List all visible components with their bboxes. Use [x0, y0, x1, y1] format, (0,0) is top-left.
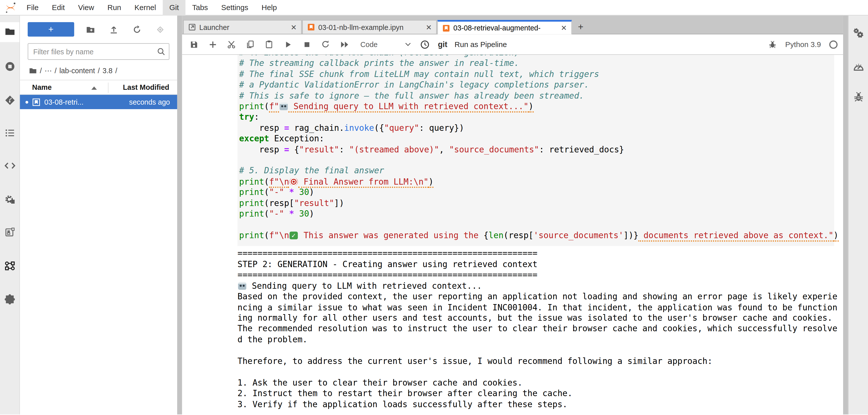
code-line: print("-" * 30) [239, 187, 831, 198]
tab-launcher[interactable]: Launcher✕ [183, 20, 302, 34]
output-line: ========================================… [238, 270, 843, 281]
menu-item-file[interactable]: File [20, 0, 45, 16]
output-line: ========================================… [238, 248, 843, 259]
code-line: try: [239, 112, 831, 123]
code-icon[interactable] [3, 159, 16, 172]
refresh-icon[interactable] [132, 25, 141, 34]
output-line: d the problem. [238, 334, 843, 345]
table-of-contents-icon[interactable] [4, 127, 15, 139]
code-line: # This is safe to ignore — the full answ… [239, 91, 831, 101]
pipeline-nodes-icon[interactable] [3, 260, 16, 272]
cut-cell-button[interactable] [222, 40, 241, 49]
search-icon [157, 47, 165, 56]
close-icon[interactable]: ✕ [559, 24, 567, 32]
column-header-name[interactable]: Name [32, 83, 52, 91]
run-as-pipeline-button[interactable]: Run as Pipeline [455, 40, 507, 49]
launcher-icon [188, 23, 196, 31]
file-modified: seconds ago [129, 98, 170, 106]
debugger-bug-icon[interactable] [853, 91, 864, 102]
menu-item-kernel[interactable]: Kernel [128, 0, 163, 16]
performance-gauge-icon[interactable] [852, 60, 864, 72]
menu-items: FileEditViewRunKernelGitTabsSettingsHelp [20, 0, 283, 16]
code-line: # The streaming callback prints the answ… [239, 58, 831, 69]
save-button[interactable] [184, 40, 203, 49]
file-browser-toolbar: + [20, 16, 177, 37]
property-inspector-gears-icon[interactable] [852, 27, 864, 39]
close-icon[interactable]: ✕ [288, 23, 297, 31]
jupyterlab-window: FileEditViewRunKernelGitTabsSettingsHelp… [0, 0, 868, 415]
kernel-status-icon[interactable] [829, 40, 838, 49]
menu-item-edit[interactable]: Edit [45, 0, 71, 16]
notebook-file-icon [32, 98, 40, 106]
notebook-scroll-area: # 4. Execute the full RAG chain (retriev… [182, 55, 843, 415]
menu-item-settings[interactable]: Settings [215, 0, 255, 16]
code-line: print(resp["result"]) [239, 198, 831, 209]
copy-cell-button[interactable] [241, 40, 259, 49]
tab-bar: Launcher✕03-01-nb-llm-example.ipyn✕03-08… [182, 16, 843, 34]
file-filter [28, 43, 169, 60]
new-tab-button[interactable]: + [575, 20, 587, 34]
runtime-images-icon[interactable] [4, 226, 15, 238]
menu-item-run[interactable]: Run [101, 0, 128, 16]
output-line: 1. Ask the user to clear their browser c… [238, 378, 843, 389]
running-icon[interactable] [4, 61, 15, 72]
tab-label: Launcher [199, 23, 285, 31]
code-cell-editor[interactable]: # 4. Execute the full RAG chain (retriev… [238, 55, 834, 246]
cell-type-dropdown[interactable]: Code [360, 40, 411, 49]
code-line: print(f"\n Final Answer from LLM:\n") [239, 177, 831, 187]
output-line: ing normally for all other users and tes… [238, 313, 843, 324]
history-clock-icon[interactable] [420, 40, 430, 49]
run-all-button[interactable] [335, 40, 354, 49]
tab-label: 03-08-retrieval-augmented- [453, 24, 555, 32]
breadcrumb-part-3[interactable]: lab-content [59, 66, 95, 75]
dock-panel: Launcher✕03-01-nb-llm-example.ipyn✕03-08… [182, 16, 843, 415]
menu-item-help[interactable]: Help [255, 0, 283, 16]
column-header-last-modified[interactable]: Last Modified [123, 83, 169, 91]
upload-icon[interactable] [109, 25, 118, 34]
add-cell-button[interactable] [203, 40, 222, 49]
file-row-selected[interactable]: 03-08-retri... seconds ago [20, 95, 177, 109]
file-list-header: Name Last Modified [20, 80, 177, 95]
git-toolbar-button[interactable]: git [438, 40, 447, 49]
breadcrumb-part-6: / [115, 66, 117, 75]
breadcrumb-part-5[interactable]: 3.8 [102, 66, 113, 75]
run-cell-button[interactable] [278, 40, 297, 49]
file-filter-input[interactable] [28, 43, 169, 60]
folder-icon[interactable] [4, 26, 15, 37]
debugger-bug-icon[interactable] [769, 40, 777, 49]
kernel-name[interactable]: Python 3.9 [785, 40, 821, 49]
new-launcher-button[interactable]: + [28, 22, 74, 36]
code-line: # The final SSE chunk from LiteLLM may c… [239, 69, 831, 80]
stop-kernel-button[interactable] [297, 40, 316, 49]
breadcrumb-part-1[interactable]: ⋯ [45, 66, 52, 75]
column-divider [108, 83, 108, 93]
extension-puzzle-icon[interactable] [4, 293, 15, 305]
menu-item-tabs[interactable]: Tabs [185, 0, 215, 16]
new-folder-icon[interactable] [86, 25, 95, 34]
check-emoji [290, 232, 298, 239]
notebook-toolbar: Code git Run as Pipeline Python 3.9 [182, 34, 843, 55]
menu-item-git[interactable]: Git [163, 0, 185, 16]
code-line [239, 155, 831, 166]
menu-bar: FileEditViewRunKernelGitTabsSettingsHelp [0, 0, 868, 16]
cell-type-value: Code [360, 40, 377, 49]
output-line: The recommended resolution was to instru… [238, 324, 843, 335]
file-browser-actions [79, 25, 172, 34]
tab-03-01-nb-llm-example-ipyn[interactable]: 03-01-nb-llm-example.ipyn✕ [302, 20, 437, 34]
notebook-scrollbar[interactable] [843, 16, 848, 415]
code-line: print("-" * 30) [239, 209, 831, 220]
menu-item-view[interactable]: View [71, 0, 101, 16]
tab-03-08-retrieval-augmented-[interactable]: 03-08-retrieval-augmented-✕ [437, 20, 572, 34]
output-line: ncing a similar issue to what was seen i… [238, 302, 843, 313]
paste-cell-button[interactable] [259, 40, 278, 49]
git-clone-icon[interactable] [155, 25, 165, 34]
sort-ascending-icon[interactable] [91, 87, 97, 90]
output-line: 3. Verify if the application loads succe… [238, 399, 843, 410]
restart-kernel-button[interactable] [316, 40, 335, 49]
runtime-gear-icon[interactable] [4, 194, 15, 205]
file-browser-scrollbar[interactable] [177, 16, 182, 415]
breadcrumb-part-0: / [40, 66, 42, 75]
git-branch-icon[interactable] [4, 95, 15, 106]
output-line: Based on the provided context, the user … [238, 292, 843, 302]
close-icon[interactable]: ✕ [424, 23, 432, 31]
